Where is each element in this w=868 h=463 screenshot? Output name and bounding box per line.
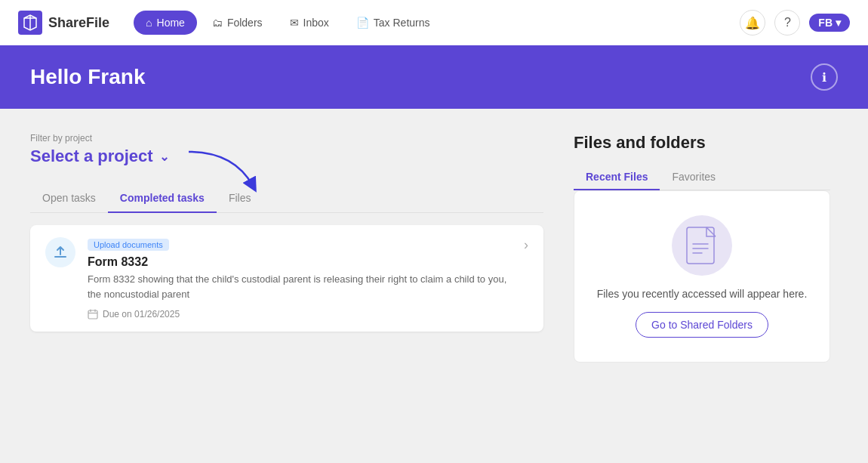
file-icon: 📄 (356, 17, 369, 29)
hero-banner: Hello Frank ℹ (0, 45, 868, 109)
files-title: Files and folders (574, 133, 830, 153)
task-description: Form 8332 showing that the child's custo… (88, 272, 512, 301)
svg-rect-1 (88, 310, 97, 319)
project-selector-label: Select a project (30, 147, 153, 166)
user-initials: FB (818, 17, 833, 29)
task-upload-icon (45, 237, 75, 267)
tab-recent-files[interactable]: Recent Files (574, 165, 660, 190)
main-content: Filter by project Select a project ⌄ Ope… (0, 109, 868, 387)
files-empty-text: Files you recently accessed will appear … (597, 288, 808, 300)
filter-label: Filter by project (30, 133, 543, 144)
chevron-down-icon: ⌄ (159, 150, 169, 164)
task-body: Upload documents Form 8332 Form 8332 sho… (88, 237, 512, 319)
files-empty-card: Files you recently accessed will appear … (574, 190, 830, 363)
task-tabs: Open tasks Completed tasks Files (30, 184, 543, 213)
notifications-button[interactable]: 🔔 (740, 10, 765, 35)
task-card: Upload documents Form 8332 Form 8332 sho… (30, 225, 543, 332)
task-chevron-right[interactable]: › (524, 237, 528, 253)
svg-rect-2 (687, 227, 714, 264)
help-button[interactable]: ? (774, 10, 800, 35)
tab-files[interactable]: Files (217, 184, 263, 213)
user-menu-button[interactable]: FB ▾ (809, 14, 850, 32)
left-panel: Filter by project Select a project ⌄ Ope… (30, 133, 543, 363)
file-empty-icon-circle (672, 215, 732, 276)
nav-item-inbox[interactable]: ✉ Inbox (278, 11, 341, 35)
tab-favorites[interactable]: Favorites (660, 165, 728, 190)
logo-text: ShareFile (48, 15, 109, 31)
calendar-icon (88, 309, 98, 319)
home-icon: ⌂ (146, 17, 152, 29)
upload-icon-svg (52, 244, 69, 261)
chevron-down-icon: ▾ (836, 17, 841, 29)
hero-greeting: Hello Frank (30, 65, 145, 89)
sharefile-logo-icon (18, 11, 42, 35)
nav-item-tax-returns[interactable]: 📄 Tax Returns (344, 11, 442, 35)
task-due-date: Due on 01/26/2025 (88, 309, 512, 319)
inbox-icon: ✉ (290, 17, 299, 29)
task-badge: Upload documents (88, 239, 169, 251)
nav-items: ⌂ Home 🗂 Folders ✉ Inbox 📄 Tax Returns (134, 11, 734, 35)
tab-open-tasks[interactable]: Open tasks (30, 184, 108, 213)
shared-folders-button[interactable]: Go to Shared Folders (636, 312, 768, 338)
right-panel: Files and folders Recent Files Favorites… (574, 133, 830, 363)
nav-item-folders[interactable]: 🗂 Folders (200, 11, 275, 35)
nav-item-home[interactable]: ⌂ Home (134, 11, 197, 35)
logo: ShareFile (18, 11, 109, 35)
tab-completed-tasks[interactable]: Completed tasks (108, 184, 217, 213)
folder-icon: 🗂 (212, 17, 223, 29)
info-button[interactable]: ℹ (811, 63, 838, 91)
document-icon (685, 226, 719, 265)
files-tabs: Recent Files Favorites (574, 165, 830, 190)
nav-right: 🔔 ? FB ▾ (740, 10, 850, 35)
task-title: Form 8332 (88, 255, 512, 269)
project-selector[interactable]: Select a project ⌄ (30, 147, 543, 166)
navigation: ShareFile ⌂ Home 🗂 Folders ✉ Inbox 📄 Tax… (0, 0, 868, 45)
